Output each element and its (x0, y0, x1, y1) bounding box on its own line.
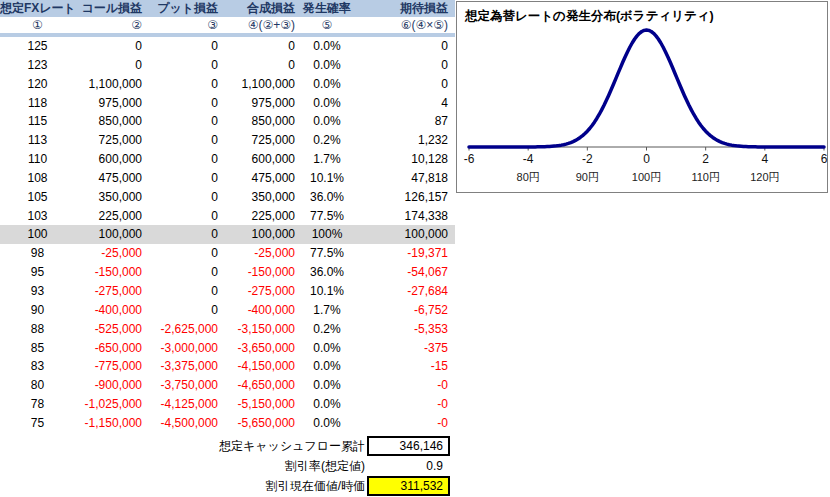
cell[interactable]: 0.0% (297, 339, 357, 358)
cell[interactable]: 0.0% (297, 37, 357, 56)
cell[interactable]: -4,125,000 (145, 395, 220, 414)
cell[interactable]: -3,650,000 (220, 339, 297, 358)
cell[interactable]: -0 (357, 414, 455, 433)
cell[interactable]: 78 (0, 395, 75, 414)
cell[interactable]: 174,338 (357, 207, 455, 226)
cell[interactable]: 0 (145, 131, 220, 150)
cell[interactable]: 100,000 (220, 225, 297, 244)
cell[interactable]: 0 (145, 56, 220, 75)
cell[interactable]: -4,150,000 (220, 357, 297, 376)
cell[interactable]: 850,000 (75, 112, 145, 131)
column-header-call-pl[interactable]: コール損益 (75, 0, 145, 17)
cell[interactable]: 126,157 (357, 188, 455, 207)
cell[interactable]: 0 (145, 225, 220, 244)
cell[interactable]: -27,684 (357, 282, 455, 301)
cell[interactable]: 0 (357, 56, 455, 75)
column-header-put-pl[interactable]: プット損益 (145, 0, 220, 17)
cell[interactable]: -1,150,000 (75, 414, 145, 433)
cell[interactable]: 115 (0, 112, 75, 131)
cell[interactable]: 98 (0, 244, 75, 263)
cell[interactable]: -5,150,000 (220, 395, 297, 414)
cell[interactable]: 0.0% (297, 414, 357, 433)
cell[interactable]: 0.0% (297, 395, 357, 414)
cell[interactable]: 0.0% (297, 112, 357, 131)
cell[interactable]: -0 (357, 376, 455, 395)
cell[interactable]: 0 (145, 112, 220, 131)
cell[interactable]: 10,128 (357, 150, 455, 169)
column-subheader-1[interactable]: ① (0, 17, 75, 33)
cell[interactable]: -275,000 (220, 282, 297, 301)
cell[interactable]: -15 (357, 357, 455, 376)
cell[interactable]: 80 (0, 376, 75, 395)
column-header-combined-pl[interactable]: 合成損益 (220, 0, 297, 17)
cell[interactable]: -0 (357, 395, 455, 414)
cell[interactable]: -4,500,000 (145, 414, 220, 433)
cell[interactable]: 0 (145, 169, 220, 188)
cell[interactable]: 725,000 (220, 131, 297, 150)
cell[interactable]: 1,100,000 (75, 75, 145, 94)
cell[interactable]: 600,000 (75, 150, 145, 169)
cell[interactable]: 77.5% (297, 207, 357, 226)
cell[interactable]: 83 (0, 357, 75, 376)
cell[interactable]: 10.1% (297, 169, 357, 188)
cell[interactable]: 103 (0, 207, 75, 226)
cell[interactable]: 113 (0, 131, 75, 150)
cell[interactable]: 120 (0, 75, 75, 94)
cell[interactable]: 0 (145, 94, 220, 113)
cell[interactable]: 1,100,000 (220, 75, 297, 94)
cell[interactable]: 0 (145, 207, 220, 226)
cell[interactable]: 95 (0, 263, 75, 282)
cell[interactable]: -900,000 (75, 376, 145, 395)
column-subheader-4[interactable]: ④(②+③) (220, 17, 297, 33)
cell[interactable]: -400,000 (75, 301, 145, 320)
cell[interactable]: 0 (75, 56, 145, 75)
column-subheader-2[interactable]: ② (75, 17, 145, 33)
cell[interactable]: -3,000,000 (145, 339, 220, 358)
cell[interactable]: -1,025,000 (75, 395, 145, 414)
cell[interactable]: 0 (357, 37, 455, 56)
cell[interactable]: 10.1% (297, 282, 357, 301)
cell[interactable]: 0.0% (297, 357, 357, 376)
cell[interactable]: 225,000 (75, 207, 145, 226)
cell[interactable]: -150,000 (75, 263, 145, 282)
cell[interactable]: 123 (0, 56, 75, 75)
cell[interactable]: -2,625,000 (145, 320, 220, 339)
cell[interactable]: 975,000 (220, 94, 297, 113)
summary-value-present-value[interactable]: 311,532 (367, 476, 450, 496)
column-subheader-6[interactable]: ⑥(④×⑤) (357, 17, 455, 33)
cell[interactable]: -525,000 (75, 320, 145, 339)
cell[interactable]: 0 (145, 301, 220, 320)
cell[interactable]: -25,000 (220, 244, 297, 263)
cell[interactable]: 850,000 (220, 112, 297, 131)
cell[interactable]: 100,000 (75, 225, 145, 244)
cell[interactable]: 225,000 (220, 207, 297, 226)
cell[interactable]: 36.0% (297, 188, 357, 207)
cell[interactable]: 0.0% (297, 94, 357, 113)
cell[interactable]: -54,067 (357, 263, 455, 282)
cell[interactable]: 100 (0, 225, 75, 244)
cell[interactable]: 87 (357, 112, 455, 131)
cell[interactable]: 0.2% (297, 131, 357, 150)
cell[interactable]: 600,000 (220, 150, 297, 169)
cell[interactable]: 118 (0, 94, 75, 113)
column-subheader-5[interactable]: ⑤ (297, 17, 357, 33)
cell[interactable]: 350,000 (220, 188, 297, 207)
cell[interactable]: -25,000 (75, 244, 145, 263)
cell[interactable]: -3,750,000 (145, 376, 220, 395)
cell[interactable]: 475,000 (220, 169, 297, 188)
cell[interactable]: 725,000 (75, 131, 145, 150)
cell[interactable]: 0.2% (297, 320, 357, 339)
cell[interactable]: -19,371 (357, 244, 455, 263)
cell[interactable]: 0.0% (297, 376, 357, 395)
cell[interactable]: 93 (0, 282, 75, 301)
column-header-fx-rate[interactable]: 想定FXレート (0, 0, 75, 17)
cell[interactable]: 36.0% (297, 263, 357, 282)
cell[interactable]: 100,000 (357, 225, 455, 244)
cell[interactable]: -650,000 (75, 339, 145, 358)
cell[interactable]: 85 (0, 339, 75, 358)
cell[interactable]: 975,000 (75, 94, 145, 113)
cell[interactable]: -400,000 (220, 301, 297, 320)
cell[interactable]: -3,375,000 (145, 357, 220, 376)
cell[interactable]: 0 (145, 263, 220, 282)
cell[interactable]: 47,818 (357, 169, 455, 188)
